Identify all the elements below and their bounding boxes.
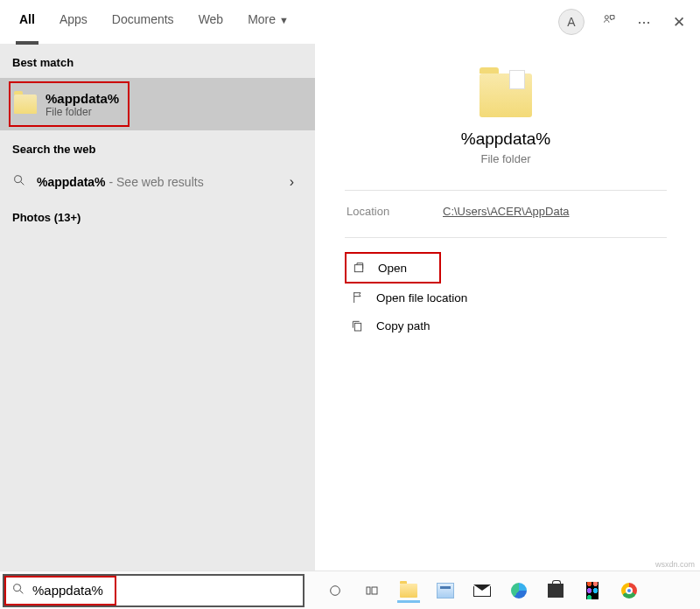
store-icon[interactable] [546,581,565,600]
chevron-right-icon: › [290,174,294,190]
copy-path-icon [350,318,364,332]
section-search-web: Search the web [0,130,315,164]
mail-icon[interactable] [472,581,492,600]
preview-panel: %appdata% File folder Location C:\Users\… [315,44,700,570]
taskbar-search-box[interactable] [3,574,304,607]
close-button[interactable]: ✕ [668,13,690,32]
web-query: %appdata% [37,175,106,189]
open-file-location-icon [350,290,364,304]
chrome-icon[interactable] [620,581,639,600]
task-view-icon[interactable] [362,581,382,600]
search-scope-tabs: All Apps Documents Web More▼ A ··· ✕ [0,0,700,44]
section-best-match: Best match [0,44,315,78]
svg-point-5 [331,585,340,595]
best-match-result[interactable]: %appdata% File folder [0,78,315,130]
more-options-icon[interactable]: ··· [634,13,654,32]
svg-rect-3 [354,323,360,331]
figma-icon[interactable] [583,581,602,600]
open-icon [352,261,366,275]
action-copy-path[interactable]: Copy path [345,312,667,340]
section-photos: Photos (13+) [0,199,315,233]
cortana-icon[interactable] [326,581,345,600]
taskbar [0,570,700,609]
svg-rect-6 [367,587,370,594]
best-match-subtitle: File folder [46,106,119,118]
edge-icon[interactable] [509,581,528,600]
folder-icon [480,74,532,117]
preview-subtitle: File folder [345,152,667,165]
svg-point-1 [15,176,22,183]
web-suffix: - See web results [106,175,204,189]
best-match-title: %appdata% [46,91,119,106]
svg-rect-2 [354,265,362,272]
search-web-result[interactable]: %appdata% - See web results › [0,164,315,199]
action-open[interactable]: Open [345,252,441,284]
tab-all[interactable]: All [9,0,46,44]
location-link[interactable]: C:\Users\ACER\AppData [443,205,570,218]
results-panel: Best match %appdata% File folder Search … [0,44,315,570]
feedback-icon[interactable] [598,13,620,32]
folder-icon [14,94,37,114]
preview-title: %appdata% [345,130,667,149]
search-icon [11,582,25,598]
svg-rect-7 [372,587,377,594]
file-explorer-icon[interactable] [399,581,418,600]
watermark: wsxdn.com [655,560,695,569]
svg-point-0 [605,15,608,18]
user-avatar[interactable]: A [558,9,584,35]
taskbar-search-input[interactable] [32,583,303,598]
tab-documents[interactable]: Documents [102,0,185,44]
location-label: Location [346,205,443,218]
action-open-file-location[interactable]: Open file location [345,284,667,312]
paint-icon[interactable] [436,581,455,600]
tab-more[interactable]: More▼ [237,0,299,44]
svg-point-4 [14,584,21,592]
chevron-down-icon: ▼ [279,15,289,25]
tab-apps[interactable]: Apps [49,0,98,44]
search-icon [12,173,28,190]
tab-web[interactable]: Web [188,0,234,44]
